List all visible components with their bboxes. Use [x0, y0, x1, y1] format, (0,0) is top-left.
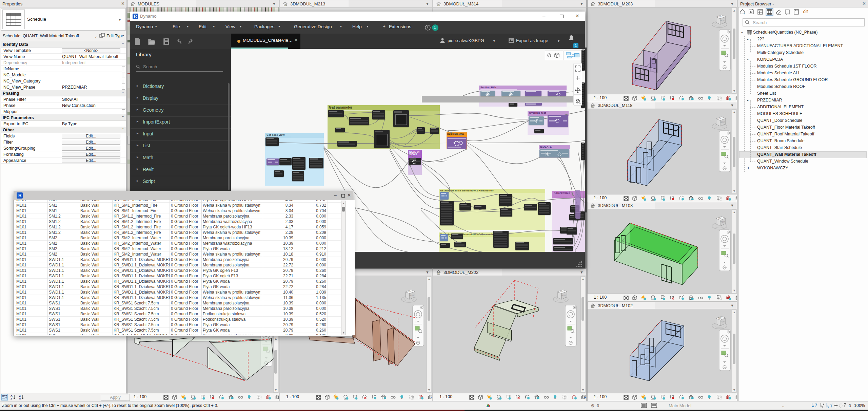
svg-text:A: A [19, 397, 21, 400]
svg-text:Z: Z [11, 397, 12, 400]
